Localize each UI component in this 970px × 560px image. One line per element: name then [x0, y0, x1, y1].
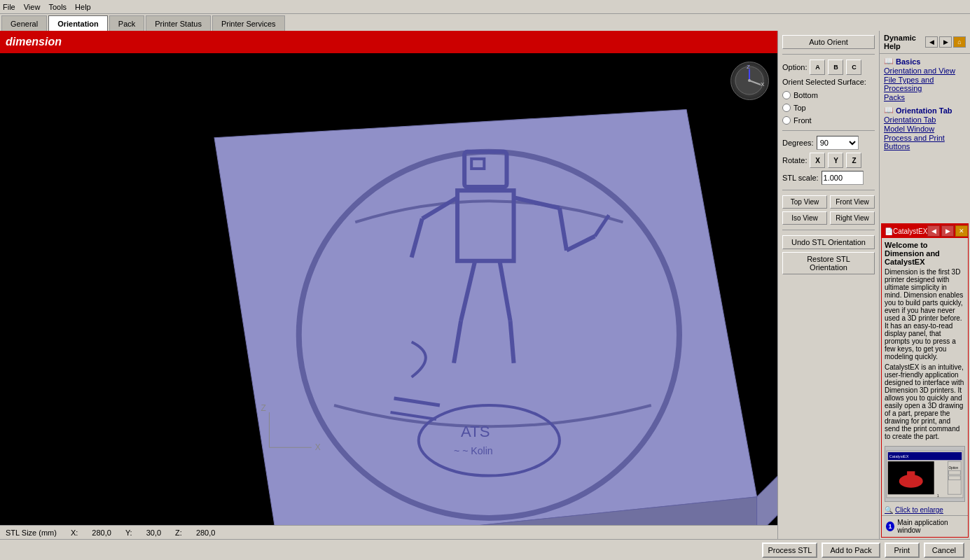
rotate-x-btn[interactable]: X: [810, 153, 825, 168]
stl-size-label: STL Size (mm): [6, 528, 57, 537]
catalyst-header: 📄 CatalystEX ◀ ▶ ✕: [882, 224, 968, 238]
degrees-select[interactable]: 90 5 10 15 30 45 180: [817, 136, 859, 150]
z-label: Z:: [175, 528, 182, 537]
front-view-button[interactable]: Front View: [830, 195, 875, 209]
basics-title: 📖 Basics: [884, 57, 966, 66]
catalyst-body-text1: Dimension is the first 3D printer design…: [885, 268, 965, 360]
orientation-tab-section: 📖 Orientation Tab Orientation Tab Model …: [884, 106, 966, 150]
tab-pack[interactable]: Pack: [109, 15, 144, 31]
tab-bar: General Orientation Pack Printer Status …: [0, 14, 970, 31]
y-value: 30,0: [146, 528, 161, 537]
process-stl-button[interactable]: Process STL: [762, 542, 817, 558]
svg-marker-1: [214, 109, 757, 525]
enlarge-icon: 🔍: [885, 506, 893, 514]
catalyst-back-btn[interactable]: ◀: [927, 225, 940, 237]
bottom-bar: Process STL Add to Pack Print Cancel: [0, 539, 970, 560]
separator-1: [782, 54, 875, 55]
menu-tools[interactable]: Tools: [48, 3, 67, 11]
link-orientation-view[interactable]: Orientation and View: [884, 66, 966, 75]
orient-surface-label: Orient Selected Surface:: [782, 78, 875, 86]
menu-view[interactable]: View: [24, 3, 41, 11]
rotate-y-btn[interactable]: Y: [828, 153, 843, 168]
orientation-tab-title: 📖 Orientation Tab: [884, 106, 966, 115]
3d-model-view: ATS ~ ~ Kolin X Z: [0, 53, 777, 525]
catalyst-body: Welcome to Dimension and CatalystEX Dime…: [882, 238, 968, 443]
bottom-label: Bottom: [794, 91, 818, 99]
radio-top[interactable]: [782, 104, 791, 112]
top-view-button[interactable]: Top View: [782, 195, 827, 209]
link-packs[interactable]: Packs: [884, 93, 966, 102]
help-home-btn[interactable]: ⌂: [953, 36, 966, 48]
help-nav: ◀ ▶ ⌂: [925, 36, 966, 48]
viewport-panel: dimension: [0, 31, 777, 539]
book2-icon: 📖: [884, 106, 894, 115]
cancel-button[interactable]: Cancel: [924, 542, 964, 558]
help-forward-btn[interactable]: ▶: [939, 36, 952, 48]
svg-text:Option: Option: [948, 466, 958, 470]
catalyst-close-btn[interactable]: ✕: [955, 225, 968, 237]
enlarge-text: Click to enlarge: [895, 506, 943, 514]
right-view-button[interactable]: Right View: [830, 211, 875, 225]
link-orientation-tab[interactable]: Orientation Tab: [884, 115, 966, 124]
svg-text:~ ~ Kolin: ~ ~ Kolin: [454, 445, 493, 456]
top-label: Top: [794, 104, 806, 112]
menu-file[interactable]: File: [3, 3, 15, 11]
x-label: X:: [71, 528, 78, 537]
svg-text:Z: Z: [261, 403, 265, 413]
auto-orient-button[interactable]: Auto Orient: [782, 35, 875, 49]
link-model-window[interactable]: Model Window: [884, 125, 966, 133]
click-to-enlarge-link[interactable]: 🔍 Click to enlarge: [882, 505, 968, 515]
help-content: 📖 Basics Orientation and View File Types…: [880, 54, 970, 222]
catalyst-header-text: CatalystEX: [893, 227, 927, 235]
catalyst-forward-btn[interactable]: ▶: [941, 225, 954, 237]
svg-rect-43: [948, 470, 960, 475]
view-buttons-row2: Iso View Right View: [782, 211, 875, 225]
tab-printer-status[interactable]: Printer Status: [146, 15, 211, 31]
axis-indicator: Z X: [730, 62, 769, 100]
help-back-btn[interactable]: ◀: [925, 36, 938, 48]
catalyst-icon: 📄: [885, 227, 893, 235]
svg-text:Z: Z: [747, 65, 750, 70]
tab-orientation[interactable]: Orientation: [48, 15, 108, 31]
stl-scale-input[interactable]: [822, 171, 864, 185]
degrees-label: Degrees:: [782, 139, 814, 147]
view-buttons-row1: Top View Front View: [782, 195, 875, 209]
book-icon: 📖: [884, 57, 894, 66]
link-file-types[interactable]: File Types and Processing: [884, 76, 966, 92]
link-process-print[interactable]: Process and Print Buttons: [884, 134, 966, 150]
svg-text:1: 1: [937, 493, 939, 497]
undo-stl-button[interactable]: Undo STL Orientation: [782, 235, 875, 249]
svg-text:CatalystEX: CatalystEX: [889, 454, 909, 458]
rotate-z-btn[interactable]: Z: [846, 153, 861, 168]
menu-bar: File View Tools Help: [0, 0, 970, 14]
restore-stl-button[interactable]: Restore STL Orientation: [782, 252, 875, 274]
catalyst-section: 📄 CatalystEX ◀ ▶ ✕ Welcome to Dimension …: [881, 223, 969, 538]
x-value: 280,0: [92, 528, 111, 537]
option-c-btn[interactable]: C: [846, 59, 861, 75]
menu-help[interactable]: Help: [75, 3, 91, 11]
catalyst-welcome-title: Welcome to Dimension and CatalystEX: [885, 241, 965, 266]
radio-front[interactable]: [782, 116, 791, 125]
svg-text:X: X: [315, 442, 321, 452]
option-b-btn[interactable]: B: [828, 59, 843, 75]
radio-bottom[interactable]: [782, 91, 791, 99]
svg-text:ATS: ATS: [461, 423, 490, 440]
tab-printer-services[interactable]: Printer Services: [212, 15, 285, 31]
y-label: Y:: [125, 528, 132, 537]
thumbnail-image: CatalystEX Option 1: [885, 448, 964, 500]
brand-logo: dimension: [6, 36, 62, 48]
svg-rect-44: [948, 475, 960, 479]
help-title: Dynamic Help: [884, 34, 925, 50]
status-bar: STL Size (mm) X: 280,0 Y: 30,0 Z: 280,0: [0, 525, 777, 539]
z-value: 280,0: [196, 528, 216, 537]
front-label: Front: [794, 116, 812, 125]
iso-view-button[interactable]: Iso View: [782, 211, 827, 225]
help-panel: Dynamic Help ◀ ▶ ⌂ 📖 Basics Orientation …: [879, 31, 970, 539]
add-to-pack-button[interactable]: Add to Pack: [822, 542, 880, 558]
tab-general[interactable]: General: [1, 15, 47, 31]
rotate-label: Rotate:: [782, 156, 807, 164]
3d-viewport[interactable]: ATS ~ ~ Kolin X Z: [0, 53, 777, 525]
brand-header: dimension: [0, 31, 777, 53]
print-button[interactable]: Print: [885, 542, 920, 558]
option-a-btn[interactable]: A: [810, 59, 825, 75]
